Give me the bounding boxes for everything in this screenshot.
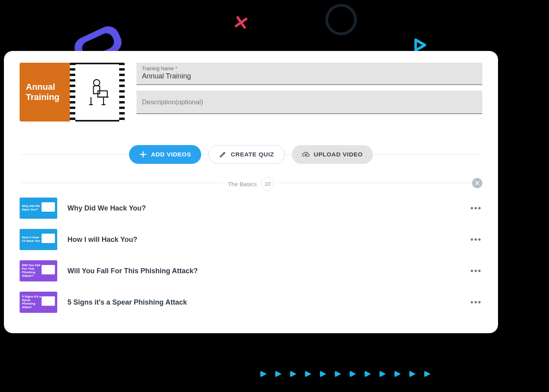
header-row: Annual Training Training Name *	[20, 63, 482, 122]
video-thumbnail[interactable]: Will You Fall For This Phishing Attack?	[20, 260, 57, 281]
section-count-badge: 10	[261, 177, 274, 191]
video-title: How I will Hack You?	[67, 236, 460, 244]
training-name-field[interactable]: Training Name *	[136, 63, 482, 85]
video-title: Why Did We Hack You?	[67, 204, 460, 212]
upload-video-label: UPLOAD VIDEO	[314, 151, 363, 158]
pencil-icon	[219, 151, 227, 158]
create-quiz-label: CREATE QUIZ	[231, 151, 274, 158]
thumbnail-inset-icon	[42, 296, 55, 306]
add-videos-label: ADD VIDEOS	[151, 151, 191, 158]
upload-video-button[interactable]: UPLOAD VIDEO	[292, 145, 373, 164]
create-quiz-button[interactable]: CREATE QUIZ	[208, 145, 285, 164]
training-hero-thumbnail[interactable]: Annual Training	[20, 63, 125, 122]
thumbnail-inset-icon	[42, 234, 55, 243]
video-row[interactable]: 5 Signs it's a Spear Phishing Attack5 Si…	[20, 292, 482, 313]
add-videos-button[interactable]: ADD VIDEOS	[129, 145, 201, 164]
filmstrip-icon	[70, 63, 125, 122]
section-close-button[interactable]	[472, 178, 482, 188]
video-row[interactable]: Why Did We Hack You?Why Did We Hack You?…	[20, 198, 482, 219]
video-row[interactable]: Will You Fall For This Phishing Attack?W…	[20, 260, 482, 281]
video-thumb-text: Will You Fall For This Phishing Attack?	[22, 264, 42, 278]
video-more-button[interactable]: •••	[470, 234, 482, 245]
training-editor-card: Annual Training Training Name *	[4, 51, 498, 333]
thumbnail-inset-icon	[42, 202, 55, 212]
svg-point-0	[93, 80, 100, 86]
decoration-x-icon: ✕	[231, 11, 251, 35]
video-thumbnail[interactable]: Here's How I'll Hack You	[20, 229, 57, 250]
video-title: Will You Fall For This Phishing Attack?	[67, 267, 460, 275]
training-name-input[interactable]	[142, 71, 477, 80]
person-laptop-icon	[82, 76, 113, 108]
video-more-button[interactable]: •••	[470, 266, 482, 276]
section-title: The Basics	[228, 181, 257, 187]
video-more-button[interactable]: •••	[470, 297, 482, 307]
training-name-label: Training Name *	[142, 66, 477, 71]
decoration-dot-row	[259, 369, 432, 380]
video-more-button[interactable]: •••	[470, 203, 482, 213]
hero-title: Annual Training	[20, 82, 67, 103]
decoration-circle-icon	[325, 4, 357, 35]
video-title: 5 Signs it's a Spear Phishing Attack	[67, 298, 460, 307]
training-description-input[interactable]	[142, 98, 477, 106]
video-thumbnail[interactable]: Why Did We Hack You?	[20, 198, 57, 219]
video-thumb-text: Here's How I'll Hack You	[22, 236, 42, 243]
video-thumb-text: 5 Signs it's a Spear Phishing Attack	[22, 295, 42, 309]
video-row[interactable]: Here's How I'll Hack YouHow I will Hack …	[20, 229, 482, 250]
plus-icon	[139, 151, 147, 158]
actions-bar: ADD VIDEOS CREATE QUIZ UPLOAD VIDEO	[20, 145, 482, 164]
cloud-upload-icon	[302, 151, 310, 158]
thumbnail-inset-icon	[42, 265, 55, 274]
section-header: The Basics 10	[20, 177, 482, 191]
training-description-field[interactable]	[136, 91, 482, 114]
training-fields: Training Name *	[136, 63, 482, 114]
video-thumb-text: Why Did We Hack You?	[22, 205, 42, 212]
video-thumbnail[interactable]: 5 Signs it's a Spear Phishing Attack	[20, 292, 57, 313]
video-list: Why Did We Hack You?Why Did We Hack You?…	[20, 198, 482, 313]
close-icon	[474, 180, 480, 186]
